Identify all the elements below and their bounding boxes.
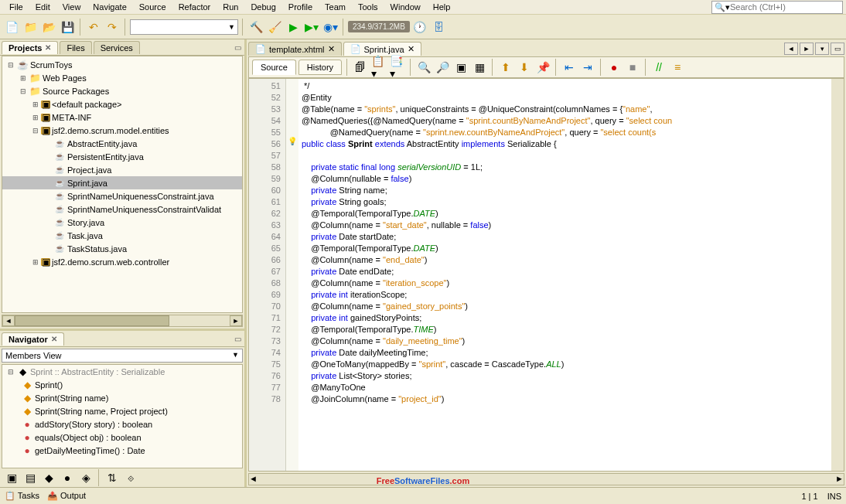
nav-filter-5[interactable]: ◈ xyxy=(77,469,94,486)
close-icon[interactable]: ✕ xyxy=(328,44,335,54)
clean-build-button[interactable]: 🧹 xyxy=(266,19,283,36)
next-bookmark[interactable]: ⬇ xyxy=(516,59,533,76)
menu-debug[interactable]: Debug xyxy=(244,1,281,13)
menu-run[interactable]: Run xyxy=(217,1,244,13)
find-next[interactable]: 🔎 xyxy=(434,59,451,76)
close-icon[interactable]: ✕ xyxy=(51,335,57,343)
tree-item[interactable]: ⊟▣jsf2.demo.scrum.model.entities xyxy=(2,124,242,137)
gc-button[interactable]: 🕐 xyxy=(411,19,428,36)
run-button[interactable]: ▶ xyxy=(285,19,302,36)
nav-filter-4[interactable]: ● xyxy=(59,469,76,486)
tab-prev[interactable]: ◄ xyxy=(784,43,798,55)
menu-navigate[interactable]: Navigate xyxy=(87,1,132,13)
ed-btn-2[interactable]: 📋▾ xyxy=(370,59,387,76)
nav-item[interactable]: ●addStory(Story story) : boolean xyxy=(2,417,242,431)
toggle-bookmark[interactable]: 📌 xyxy=(534,59,551,76)
tree-item[interactable]: ☕Sprint.java xyxy=(2,176,242,189)
editor-tab[interactable]: 📄Sprint.java✕ xyxy=(343,42,421,56)
new-file-button[interactable]: 📄 xyxy=(3,19,20,36)
tree-item[interactable]: ☕Story.java xyxy=(2,216,242,229)
close-icon[interactable]: ✕ xyxy=(408,44,414,54)
ed-btn-3[interactable]: 📑▾ xyxy=(389,59,406,76)
nav-item[interactable]: ●getDailyMeetingTime() : Date xyxy=(2,444,242,457)
tree-scrollbar-h[interactable]: ◄► xyxy=(2,315,243,327)
search-input[interactable] xyxy=(730,2,838,12)
menu-team[interactable]: Team xyxy=(319,1,352,13)
code-area[interactable]: */@Entity@Table(name = "sprints", unique… xyxy=(298,79,831,471)
tree-item[interactable]: ☕Project.java xyxy=(2,163,242,176)
editor-tab[interactable]: 📄template.xhtml✕ xyxy=(248,42,342,56)
tree-item[interactable]: ⊞▣jsf2.demo.scrum.web.controller xyxy=(2,255,242,268)
tab-navigator[interactable]: Navigator✕ xyxy=(2,332,64,346)
menu-help[interactable]: Help xyxy=(427,1,457,13)
tree-item[interactable]: ⊞▣<default package> xyxy=(2,97,242,111)
tree-item[interactable]: ☕TaskStatus.java xyxy=(2,242,242,255)
tab-next[interactable]: ► xyxy=(800,43,814,55)
tab-projects[interactable]: Projects✕ xyxy=(2,41,58,54)
new-project-button[interactable]: 📁 xyxy=(22,19,39,36)
tree-item[interactable]: ☕AbstractEntity.java xyxy=(2,137,242,150)
minimize-button[interactable]: ▭ xyxy=(234,335,241,343)
menu-file[interactable]: File xyxy=(3,1,29,13)
menu-source[interactable]: Source xyxy=(133,1,172,13)
glyph-gutter[interactable]: 💡 xyxy=(286,79,298,471)
editor-body[interactable]: 5152535455565758596061626364656667686970… xyxy=(248,78,844,472)
config-combo[interactable]: ▼ xyxy=(130,19,238,35)
macro-stop[interactable]: ■ xyxy=(624,59,641,76)
undo-button[interactable]: ↶ xyxy=(85,19,102,36)
tree-item[interactable]: ☕SprintNameUniquenessConstraint.java xyxy=(2,189,242,203)
tab-list[interactable]: ▾ xyxy=(815,43,829,55)
uncomment[interactable]: ≡ xyxy=(669,59,686,76)
comment[interactable]: // xyxy=(650,59,667,76)
menu-refactor[interactable]: Refactor xyxy=(172,1,217,13)
tasks-button[interactable]: 📋 Tasks xyxy=(5,491,39,501)
close-icon[interactable]: ✕ xyxy=(45,43,51,52)
build-button[interactable]: 🔨 xyxy=(247,19,264,36)
server-button[interactable]: 🗄 xyxy=(430,19,447,36)
nav-item[interactable]: ◆Sprint(String name) xyxy=(2,391,242,404)
tree-item[interactable]: ⊟☕ScrumToys xyxy=(2,58,242,71)
navigator-tree[interactable]: ⊟◆Sprint :: AbstractEntity : Serializabl… xyxy=(2,364,243,468)
editor-scrollbar-h[interactable]: ◄► xyxy=(248,473,844,485)
tree-item[interactable]: ⊞📁Web Pages xyxy=(2,71,242,84)
open-button[interactable]: 📂 xyxy=(40,19,57,36)
tab-files[interactable]: Files xyxy=(60,41,91,54)
find-prev[interactable]: 🔍 xyxy=(415,59,432,76)
nav-sort[interactable]: ⇅ xyxy=(104,469,121,486)
highlight[interactable]: ▦ xyxy=(471,59,488,76)
ed-btn-1[interactable]: 🗐 xyxy=(352,59,369,76)
menu-edit[interactable]: Edit xyxy=(29,1,56,13)
tree-item[interactable]: ⊟📁Source Packages xyxy=(2,84,242,97)
tab-services[interactable]: Services xyxy=(94,41,140,54)
editor-scrollbar-v[interactable] xyxy=(831,79,844,471)
tab-history[interactable]: History xyxy=(298,60,342,75)
nav-item[interactable]: ●equals(Object obj) : boolean xyxy=(2,431,242,444)
tree-item[interactable]: ☕Task.java xyxy=(2,229,242,242)
profile-button[interactable]: ◉▾ xyxy=(322,19,339,36)
find-sel[interactable]: ▣ xyxy=(452,59,469,76)
quick-search[interactable]: 🔍▾ xyxy=(711,1,843,14)
tree-item[interactable]: ⊞▣META-INF xyxy=(2,111,242,124)
tab-max[interactable]: ▭ xyxy=(831,43,844,55)
macro-rec[interactable]: ● xyxy=(606,59,623,76)
nav-filter-2[interactable]: ▤ xyxy=(22,469,39,486)
prev-bookmark[interactable]: ⬆ xyxy=(497,59,514,76)
minimize-button[interactable]: ▭ xyxy=(234,43,241,52)
nav-filter-6[interactable]: ⟐ xyxy=(122,469,139,486)
menu-tools[interactable]: Tools xyxy=(352,1,384,13)
project-tree[interactable]: ⊟☕ScrumToys⊞📁Web Pages⊟📁Source Packages⊞… xyxy=(2,56,243,313)
memory-usage[interactable]: 234.9/371.2MB xyxy=(348,21,410,32)
output-button[interactable]: 📤 Output xyxy=(47,491,86,501)
shift-right[interactable]: ⇥ xyxy=(579,59,596,76)
nav-item[interactable]: ◆Sprint(String name, Project project) xyxy=(2,404,242,417)
tab-source[interactable]: Source xyxy=(252,60,296,75)
debug-button[interactable]: ▶▾ xyxy=(303,19,320,36)
nav-item[interactable]: ◆Sprint() xyxy=(2,378,242,391)
tree-item[interactable]: ☕PersistentEntity.java xyxy=(2,150,242,163)
menu-profile[interactable]: Profile xyxy=(282,1,319,13)
shift-left[interactable]: ⇤ xyxy=(561,59,578,76)
redo-button[interactable]: ↷ xyxy=(104,19,121,36)
nav-filter-1[interactable]: ▣ xyxy=(3,469,20,486)
line-gutter[interactable]: 5152535455565758596061626364656667686970… xyxy=(249,79,286,471)
tree-item[interactable]: ☕SprintNameUniquenessConstraintValidat xyxy=(2,203,242,216)
